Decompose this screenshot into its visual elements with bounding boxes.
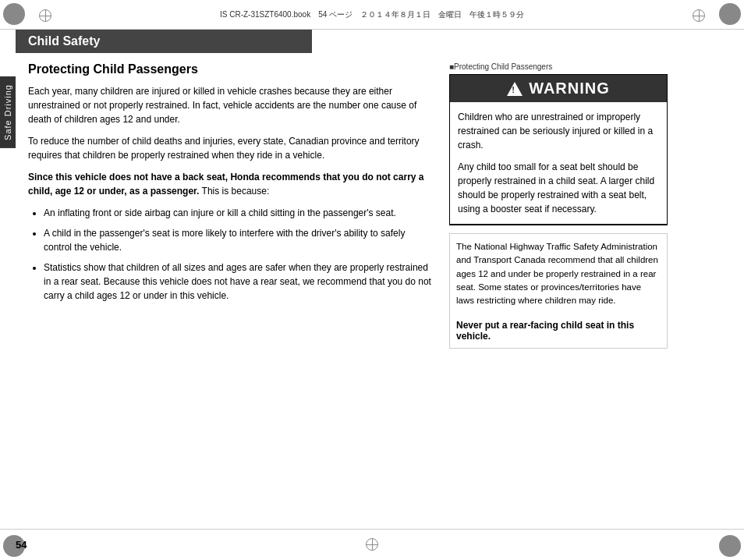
warning-box: WARNING Children who are unrestrained or… bbox=[449, 74, 668, 225]
warning-text2: Any child too small for a seat belt shou… bbox=[458, 160, 659, 216]
bullet-item-1: An inflating front or side airbag can in… bbox=[44, 206, 434, 220]
crosshair-top-right bbox=[693, 9, 705, 22]
warning-header: WARNING bbox=[450, 75, 667, 102]
sidebar: Safe Driving bbox=[0, 30, 16, 529]
chapter-header: Child Safety bbox=[16, 30, 312, 53]
page-number: 54 bbox=[16, 539, 27, 551]
right-column: ■Protecting Child Passengers WARNING Chi… bbox=[449, 62, 668, 519]
never-text: Never put a rear-facing child seat in th… bbox=[450, 320, 667, 348]
warning-triangle-icon bbox=[507, 82, 523, 96]
crosshair-top-left bbox=[39, 9, 51, 22]
info-box-text: The National Highway Traffic Safety Admi… bbox=[456, 240, 661, 307]
left-column: Protecting Child Passengers Each year, m… bbox=[28, 62, 434, 519]
content-area: Protecting Child Passengers Each year, m… bbox=[16, 53, 744, 529]
info-box-body: The National Highway Traffic Safety Admi… bbox=[450, 234, 667, 314]
info-box-top-header: ■Protecting Child Passengers bbox=[449, 62, 668, 71]
main-content: Child Safety Protecting Child Passengers… bbox=[16, 30, 744, 529]
bold-para: Since this vehicle does not have a back … bbox=[28, 170, 434, 198]
bullet-list: An inflating front or side airbag can in… bbox=[28, 206, 434, 303]
intro-para1: Each year, many children are injured or … bbox=[28, 84, 434, 126]
warning-body: Children who are unrestrained or imprope… bbox=[450, 102, 667, 225]
top-bar: IS CR-Z-31SZT6400.book 54 ページ ２０１４年８月１日 … bbox=[0, 0, 744, 30]
bullet-item-3: Statistics show that children of all siz… bbox=[44, 261, 434, 303]
bold-para-end: This is because: bbox=[199, 186, 269, 197]
bottom-bar: 54 bbox=[0, 529, 744, 560]
page: IS CR-Z-31SZT6400.book 54 ページ ２０１４年８月１日 … bbox=[0, 0, 744, 560]
sidebar-label: Safe Driving bbox=[0, 76, 16, 148]
warning-text1: Children who are unrestrained or imprope… bbox=[458, 110, 659, 152]
section-title: Protecting Child Passengers bbox=[28, 62, 434, 76]
warning-title: WARNING bbox=[529, 80, 610, 97]
info-box: The National Highway Traffic Safety Admi… bbox=[449, 233, 668, 349]
bullet-item-2: A child in the passenger's seat is more … bbox=[44, 226, 434, 254]
intro-para2: To reduce the number of child deaths and… bbox=[28, 134, 434, 162]
crosshair-bottom-center bbox=[366, 538, 378, 551]
header-file-info: IS CR-Z-31SZT6400.book 54 ページ ２０１４年８月１日 … bbox=[16, 9, 728, 20]
